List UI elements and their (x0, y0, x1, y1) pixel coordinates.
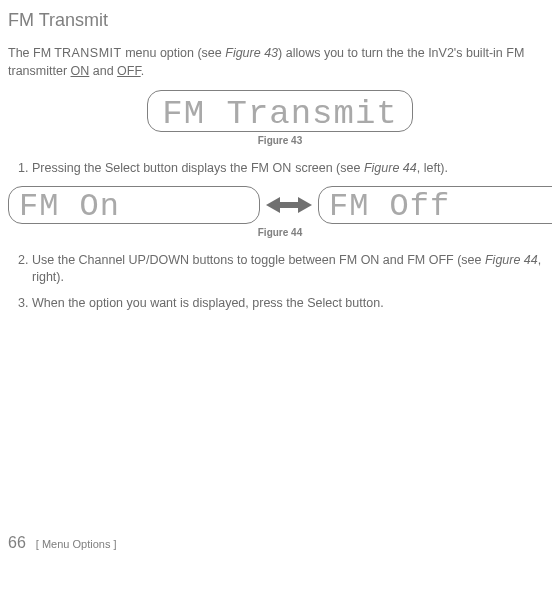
step-text: Use the Channel UP/DOWN buttons to toggl… (32, 253, 485, 267)
lcd-text-main: FM Transmit (162, 97, 397, 131)
figure-ref: Figure 44 (364, 161, 417, 175)
step-1: Pressing the Select button displays the … (32, 160, 552, 178)
step-2: Use the Channel UP/DOWN buttons to toggl… (32, 252, 552, 287)
step-text: screen (see (292, 161, 364, 175)
figure-44-caption: Figure 44 (8, 226, 552, 240)
figure-43-block: FM Transmit Figure 43 (8, 90, 552, 148)
intro-smallcaps: RANSMIT (62, 46, 122, 60)
step-text: , left). (417, 161, 448, 175)
intro-paragraph: The FM TRANSMIT menu option (see Figure … (8, 45, 544, 80)
intro-off: OFF (117, 64, 141, 78)
intro-on: ON (71, 64, 90, 78)
lcd-text-on: FM On (19, 191, 120, 223)
svg-marker-0 (266, 197, 289, 213)
step-text: Pressing the Select button displays the … (32, 161, 282, 175)
intro-text: menu option (see (122, 46, 226, 60)
figure-ref: Figure 44 (485, 253, 538, 267)
svg-marker-1 (289, 197, 312, 213)
lcd-display-main: FM Transmit (147, 90, 412, 132)
figure-ref: Figure 43 (225, 46, 278, 60)
footer-section-label: [ Menu Options ] (36, 537, 117, 552)
lcd-text-off: FM Off (329, 191, 450, 223)
step-smallcaps: N (282, 161, 292, 175)
page-footer: 66 [ Menu Options ] (8, 532, 552, 554)
steps-list: Pressing the Select button displays the … (8, 160, 552, 178)
figure-44-row: FM On FM Off (8, 186, 552, 224)
step-3: When the option you want is displayed, p… (32, 295, 552, 313)
page-number: 66 (8, 532, 26, 554)
lcd-display-off: FM Off (318, 186, 552, 224)
intro-text: The FM T (8, 46, 62, 60)
lcd-display-on: FM On (8, 186, 260, 224)
intro-text: . (141, 64, 144, 78)
double-arrow-icon (266, 196, 312, 214)
intro-text: and (89, 64, 117, 78)
figure-43-caption: Figure 43 (8, 134, 552, 148)
section-title: FM Transmit (8, 8, 552, 33)
steps-list-cont: Use the Channel UP/DOWN buttons to toggl… (8, 252, 552, 313)
